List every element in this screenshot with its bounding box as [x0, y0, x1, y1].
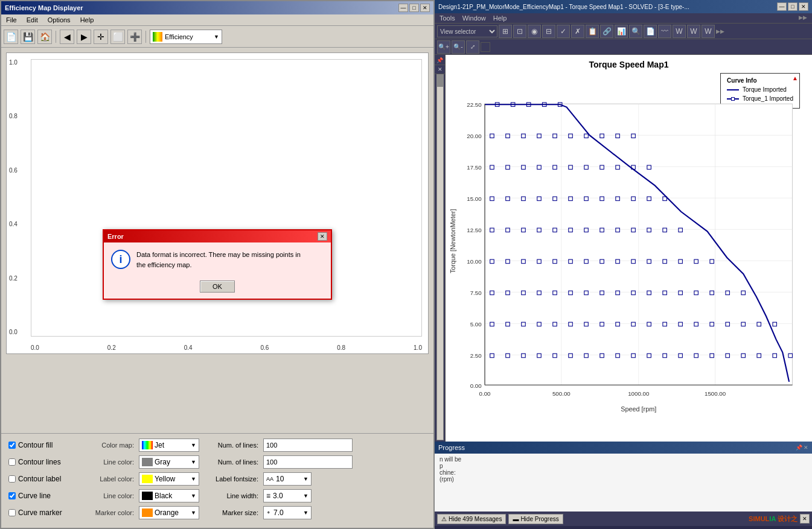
tb-btn-15[interactable]: W: [702, 25, 715, 38]
contour-label-checkbox[interactable]: [8, 475, 16, 483]
zoom-in-button[interactable]: 🔍+: [437, 40, 450, 54]
num-lines-label-2: Num. of lines:: [204, 458, 258, 466]
marker-color-dropdown[interactable]: Orange ▼: [139, 506, 199, 519]
toolbar-back-button[interactable]: ◀: [60, 30, 74, 44]
close-icon-1[interactable]: ✕: [435, 65, 445, 74]
tb-btn-3[interactable]: ◉: [528, 25, 541, 38]
x-tick-3: 1000.00: [628, 390, 650, 397]
marker-size-dropdown[interactable]: ⚬ 7.0 ▼: [263, 506, 312, 519]
contour-fill-checkbox[interactable]: [8, 442, 16, 449]
contour-label-checkbox-container: Contour label: [8, 475, 81, 483]
right-toolbar-2: 🔍+ 🔍- ⤢: [435, 39, 812, 55]
curve-line-checkbox[interactable]: [8, 492, 16, 499]
progress-bottom-bar: ⚠ Hide 499 Messages ▬ Hide Progress SIMU…: [435, 512, 812, 526]
pin-icon-1[interactable]: 📌: [435, 56, 445, 65]
minimize-button[interactable]: —: [398, 4, 408, 12]
curve-marker-checkbox-container: Curve marker: [8, 508, 81, 517]
label-color-label: Label color:: [86, 475, 134, 483]
right-minimize-button[interactable]: —: [777, 2, 787, 11]
contour-lines-row: Contour lines Line color: Gray ▼ Num. of…: [8, 455, 426, 469]
line-color-dropdown-1[interactable]: Gray ▼: [139, 455, 199, 469]
right-close-button[interactable]: ✕: [799, 2, 808, 11]
close-progress-icon[interactable]: ✕: [800, 514, 810, 524]
menu-options[interactable]: Options: [45, 16, 73, 24]
toolbar-separator-2: [145, 31, 146, 43]
right-menu-tools[interactable]: Tools: [440, 14, 455, 22]
progress-close-icon[interactable]: ✕: [804, 445, 808, 451]
progress-text-2: p: [440, 463, 807, 469]
line-width-label: Line width:: [204, 492, 258, 499]
tb-btn-14[interactable]: W: [687, 25, 700, 38]
toolbar-save-button[interactable]: 💾: [21, 30, 35, 44]
curve-marker-checkbox[interactable]: [8, 509, 16, 516]
tb-btn-10[interactable]: 🔍: [629, 25, 642, 38]
right-maximize-button[interactable]: □: [788, 2, 798, 11]
menu-file[interactable]: File: [4, 16, 19, 24]
chart-container: 📌 ✕ Torque Speed Map1 Curve Info Torque …: [435, 55, 812, 442]
tb-btn-11[interactable]: 📄: [644, 25, 657, 38]
toolbar-forward-button[interactable]: ▶: [77, 30, 91, 44]
tb-btn-9[interactable]: 📊: [615, 25, 628, 38]
tb-btn-12[interactable]: 〰: [658, 25, 671, 38]
line-color-value-1: Gray: [155, 458, 170, 466]
maximize-button[interactable]: □: [409, 4, 419, 12]
dialog-title: Error: [107, 233, 124, 240]
menu-help[interactable]: Help: [78, 16, 97, 24]
hide-messages-button[interactable]: ⚠ Hide 499 Messages: [437, 514, 506, 524]
scrollbar-thumb[interactable]: [437, 75, 443, 87]
right-menu-help[interactable]: Help: [493, 14, 507, 22]
dialog-message: Data format is incorrect. There may be m…: [136, 250, 301, 270]
line-color-arrow-2: ▼: [191, 493, 196, 499]
tb-btn-6[interactable]: ✗: [571, 25, 584, 38]
marker-color-arrow: ▼: [191, 510, 196, 516]
right-menu-window[interactable]: Window: [462, 14, 486, 22]
close-button[interactable]: ✕: [420, 4, 430, 12]
line-width-icon: ≡: [266, 492, 270, 500]
hide-progress-button[interactable]: ▬ Hide Progress: [508, 514, 563, 524]
dialog-footer: OK: [104, 277, 331, 299]
toolbar-new-button[interactable]: 📄: [4, 30, 18, 44]
y-label-1: 0.0: [9, 329, 18, 335]
menu-edit[interactable]: Edit: [24, 16, 40, 24]
window-controls: — □ ✕: [398, 4, 430, 12]
color-map-dropdown[interactable]: Jet ▼: [139, 439, 199, 452]
line-width-dropdown[interactable]: ≡ 3.0 ▼: [263, 489, 312, 502]
warning-icon: ⚠: [441, 516, 447, 522]
dialog-close-button[interactable]: ✕: [318, 232, 327, 241]
x-tick-2: 500.00: [552, 390, 571, 397]
tb-btn-4[interactable]: ⊟: [542, 25, 555, 38]
toolbar-select-button[interactable]: ⬜: [110, 30, 125, 44]
curve-marker-row: Curve marker Marker color: Orange ▼ Mark…: [8, 506, 426, 519]
efficiency-dropdown[interactable]: Efficiency ▼: [150, 30, 222, 44]
right-window-controls: — □ ✕: [777, 2, 808, 11]
y-tick-1: 22.50: [467, 101, 482, 108]
zoom-out-button[interactable]: 🔍-: [452, 40, 465, 54]
num-lines-input-2[interactable]: [263, 455, 353, 469]
dialog-ok-button[interactable]: OK: [200, 280, 235, 293]
toolbar-add-button[interactable]: ➕: [127, 30, 142, 44]
label-fontsize-dropdown[interactable]: AA 10 ▼: [263, 472, 312, 486]
scrollbar-track[interactable]: [436, 74, 444, 440]
x-tick-1: 0.00: [479, 390, 491, 397]
tb-btn-2[interactable]: ⊡: [513, 25, 526, 38]
toolbar-home-button[interactable]: 🏠: [37, 30, 52, 44]
y-label-6: 1.0: [9, 59, 18, 66]
fit-button[interactable]: ⤢: [466, 40, 479, 54]
font-icon: AA: [266, 476, 273, 482]
panel-toggle[interactable]: [481, 42, 490, 52]
tb-btn-13[interactable]: W: [673, 25, 686, 38]
line-color-dropdown-2[interactable]: Black ▼: [139, 489, 199, 502]
dropdown-arrow-icon: ▼: [214, 34, 219, 40]
tb-btn-7[interactable]: 📋: [586, 25, 599, 38]
label-color-dropdown[interactable]: Yellow ▼: [139, 472, 199, 486]
tb-btn-5[interactable]: ✓: [557, 25, 570, 38]
tb-btn-8[interactable]: 🔗: [600, 25, 613, 38]
progress-pin-icon[interactable]: 📌: [796, 445, 802, 451]
num-lines-input-1[interactable]: [263, 439, 353, 452]
toolbar-separator-1: [56, 31, 56, 43]
toolbar-move-button[interactable]: ✛: [94, 30, 108, 44]
view-select[interactable]: View selector: [437, 25, 497, 37]
contour-fill-row: Contour fill Color map: Jet ▼ Num. of li…: [8, 439, 426, 452]
tb-btn-1[interactable]: ⊞: [499, 25, 512, 38]
contour-lines-checkbox[interactable]: [8, 458, 16, 466]
